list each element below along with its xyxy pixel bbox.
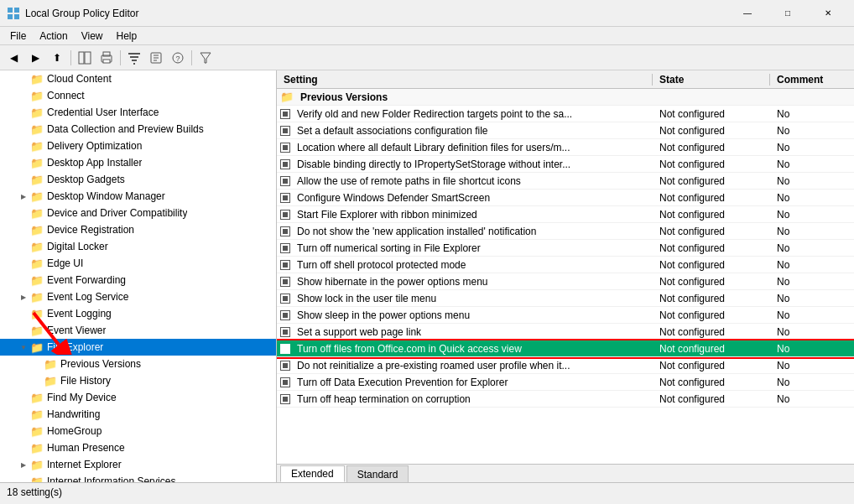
tree-panel[interactable]: 📁Cloud Content📁Connect📁Credential User I… — [0, 70, 277, 482]
tree-item[interactable]: 📁Previous Versions — [0, 356, 276, 372]
table-body[interactable]: 📁Previous VersionsVerify old and new Fol… — [277, 89, 854, 464]
menu-help[interactable]: Help — [110, 29, 144, 44]
expand-icon[interactable]: ▶ — [17, 190, 30, 203]
comment-cell: No — [770, 192, 854, 204]
state-cell: Not configured — [653, 192, 770, 204]
menu-view[interactable]: View — [75, 29, 110, 44]
separator-1 — [70, 50, 71, 65]
tree-item[interactable]: 📁Credential User Interface — [0, 104, 276, 121]
status-text: 18 setting(s) — [7, 486, 62, 498]
tree-item[interactable]: 📁Human Presence — [0, 439, 276, 456]
table-row[interactable]: Verify old and new Folder Redirection ta… — [277, 106, 854, 122]
setting-cell: Set a default associations configuration… — [277, 125, 653, 137]
tree-item[interactable]: 📁Find My Device — [0, 389, 276, 406]
policy-icon — [280, 327, 290, 337]
tree-item[interactable]: 📁Desktop App Installer — [0, 154, 276, 171]
folder-icon: 📁 — [30, 224, 44, 236]
up-button[interactable]: ⬆ — [47, 48, 67, 68]
properties-button[interactable] — [146, 48, 166, 68]
expand-icon[interactable]: ▶ — [17, 290, 30, 304]
table-row[interactable]: Turn off files from Office.com in Quick … — [277, 340, 854, 357]
table-row[interactable]: Do not show the 'new application install… — [277, 223, 854, 240]
svg-rect-0 — [8, 8, 13, 13]
setting-cell: Turn off heap termination on corruption — [277, 393, 653, 405]
print-button[interactable] — [96, 48, 117, 68]
setting-text: Configure Windows Defender SmartScreen — [297, 192, 490, 204]
table-row[interactable]: Show lock in the user tile menuNot confi… — [277, 290, 854, 307]
close-button[interactable]: ✕ — [809, 0, 847, 27]
table-row[interactable]: Turn off Data Execution Prevention for E… — [277, 374, 854, 391]
table-row[interactable]: Allow the use of remote paths in file sh… — [277, 173, 854, 190]
table-row[interactable]: Disable binding directly to IPropertySet… — [277, 156, 854, 173]
tree-item-label: Desktop Window Manager — [47, 190, 165, 202]
tree-item[interactable]: 📁Event Logging — [0, 305, 276, 322]
expand-icon[interactable]: ▶ — [17, 458, 30, 471]
tree-item[interactable]: 📁Edge UI — [0, 255, 276, 272]
show-hide-button[interactable] — [75, 48, 95, 68]
tree-item[interactable]: 📁HomeGroup — [0, 423, 276, 439]
comment-cell: No — [770, 326, 854, 338]
tree-item[interactable]: 📁Data Collection and Preview Builds — [0, 121, 276, 138]
tree-item[interactable]: 📁Event Viewer — [0, 322, 276, 339]
setting-text: Turn off heap termination on corruption — [297, 393, 471, 405]
tree-item[interactable]: ▶📁Internet Explorer — [0, 456, 276, 473]
tree-item[interactable]: 📁Cloud Content — [0, 70, 276, 87]
tree-item-label: Device and Driver Compatibility — [47, 207, 187, 219]
table-row[interactable]: Start File Explorer with ribbon minimize… — [277, 206, 854, 223]
tree-item-label: Cloud Content — [47, 73, 112, 85]
tree-item[interactable]: 📁Device Registration — [0, 221, 276, 238]
tree-item[interactable]: 📁Digital Locker — [0, 238, 276, 255]
state-cell: Not configured — [653, 125, 770, 137]
table-row[interactable]: Turn off heap termination on corruptionN… — [277, 391, 854, 408]
setting-cell: Do not show the 'new application install… — [277, 226, 653, 237]
tab-standard[interactable]: Standard — [346, 465, 409, 482]
minimize-button[interactable]: — — [728, 0, 767, 27]
menu-action[interactable]: Action — [33, 29, 74, 44]
table-row[interactable]: Location where all default Library defin… — [277, 139, 854, 156]
policy-icon — [280, 159, 290, 169]
tab-extended[interactable]: Extended — [280, 465, 345, 482]
folder-icon: 📁 — [30, 392, 44, 404]
funnel-button[interactable] — [195, 48, 216, 68]
tree-item-label: Edge UI — [47, 257, 83, 269]
folder-icon: 📁 — [30, 174, 44, 186]
tree-item[interactable]: 📁Delivery Optimization — [0, 138, 276, 154]
table-row[interactable]: Turn off numerical sorting in File Explo… — [277, 240, 854, 257]
main-content: 📁Cloud Content📁Connect📁Credential User I… — [0, 70, 854, 482]
table-row[interactable]: Set a support web page linkNot configure… — [277, 324, 854, 340]
table-row[interactable]: Turn off shell protocol protected modeNo… — [277, 257, 854, 273]
tree-item[interactable]: ▼📁File Explorer — [0, 339, 276, 356]
tree-item[interactable]: 📁Handwriting — [0, 406, 276, 423]
section-header-cell: 📁Previous Versions — [277, 91, 653, 103]
tree-item[interactable]: 📁File History — [0, 372, 276, 389]
table-row[interactable]: Do not reinitialize a pre-existing roame… — [277, 357, 854, 374]
state-cell: Not configured — [653, 226, 770, 237]
menu-file[interactable]: File — [3, 29, 33, 44]
svg-rect-4 — [79, 52, 84, 64]
tree-item[interactable]: 📁Event Forwarding — [0, 272, 276, 288]
folder-icon: 📁 — [30, 190, 44, 203]
table-row[interactable]: Show hibernate in the power options menu… — [277, 273, 854, 290]
tree-item[interactable]: 📁Device and Driver Compatibility — [0, 205, 276, 221]
tree-item[interactable]: 📁Connect — [0, 87, 276, 104]
policy-icon — [280, 143, 290, 153]
table-row[interactable]: Set a default associations configuration… — [277, 122, 854, 139]
help-button[interactable]: ? — [168, 48, 188, 68]
setting-cell: Location where all default Library defin… — [277, 142, 653, 153]
maximize-button[interactable]: □ — [768, 0, 807, 27]
expand-icon[interactable]: ▼ — [17, 340, 30, 354]
table-row[interactable]: 📁Previous Versions — [277, 89, 854, 106]
back-button[interactable]: ◀ — [3, 48, 23, 68]
filter-button[interactable] — [124, 48, 144, 68]
tree-item[interactable]: ▶📁Event Log Service — [0, 288, 276, 305]
forward-button[interactable]: ▶ — [25, 48, 45, 68]
table-row[interactable]: Configure Windows Defender SmartScreenNo… — [277, 190, 854, 206]
tree-item[interactable]: ▶📁Desktop Window Manager — [0, 188, 276, 205]
setting-cell: Show lock in the user tile menu — [277, 293, 653, 304]
tree-item[interactable]: 📁Desktop Gadgets — [0, 171, 276, 188]
state-cell: Not configured — [653, 393, 770, 405]
table-row[interactable]: Show sleep in the power options menuNot … — [277, 307, 854, 324]
tree-item[interactable]: 📁Internet Information Services — [0, 473, 276, 482]
setting-cell: Show hibernate in the power options menu — [277, 276, 653, 288]
window-controls: — □ ✕ — [728, 0, 847, 27]
